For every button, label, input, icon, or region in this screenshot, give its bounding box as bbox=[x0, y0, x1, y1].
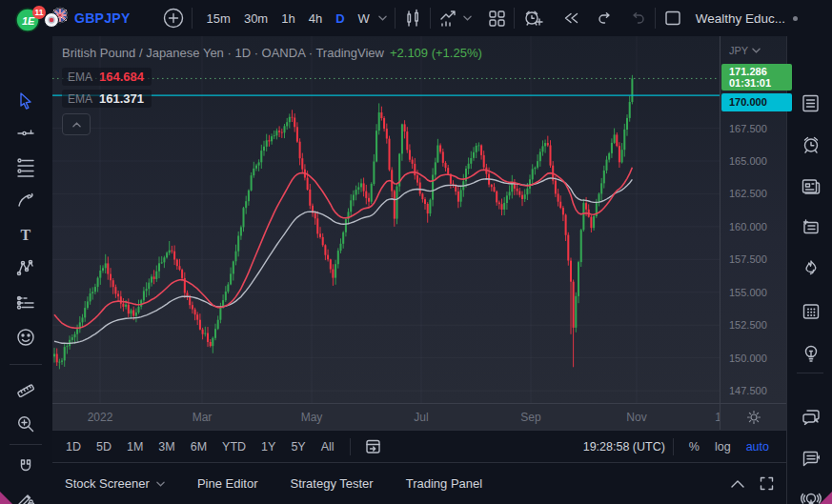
compare-add-icon[interactable] bbox=[163, 8, 184, 29]
watchlist-icon[interactable] bbox=[799, 91, 823, 116]
tab-strategy-tester[interactable]: Strategy Tester bbox=[290, 476, 373, 491]
price-tick-label: 165.000 bbox=[729, 155, 767, 167]
range-toolbar: 1D 5D 1M 3M 6M YTD 1Y 5Y All 19:28:58 (U… bbox=[52, 430, 786, 463]
gear-icon[interactable] bbox=[746, 410, 761, 425]
session-clock[interactable]: 19:28:58 (UTC) bbox=[583, 440, 665, 454]
bar-replay-icon[interactable] bbox=[561, 9, 580, 28]
layout-name[interactable]: Wealthy Educ... bbox=[696, 11, 785, 26]
range-1y[interactable]: 1Y bbox=[254, 440, 283, 454]
range-1d[interactable]: 1D bbox=[66, 440, 89, 454]
price-tick-label: 147.500 bbox=[729, 385, 767, 396]
streams-icon[interactable] bbox=[799, 487, 823, 504]
ema-fast-legend[interactable]: EMA164.684 bbox=[62, 68, 152, 86]
ema-slow-value: 161.371 bbox=[99, 91, 144, 106]
layout-grid-icon[interactable] bbox=[487, 9, 506, 28]
tradingview-app: 1E 11 GBPJPY 15m 30m 1h 4h D W bbox=[0, 0, 832, 504]
drawing-lock-icon[interactable] bbox=[11, 487, 40, 504]
economic-calendar-icon[interactable] bbox=[799, 299, 823, 324]
range-5y[interactable]: 5Y bbox=[283, 440, 313, 454]
go-to-date-icon[interactable] bbox=[364, 437, 382, 455]
time-tick-label: Sep bbox=[510, 411, 552, 424]
time-tick-label: Mar bbox=[181, 411, 223, 424]
redo-icon[interactable] bbox=[628, 10, 647, 27]
zoom-in-tool-icon[interactable] bbox=[11, 411, 40, 437]
time-axis[interactable]: 2022MarMayJulSepNov14 bbox=[52, 403, 786, 431]
timeframe-15m[interactable]: 15m bbox=[200, 11, 237, 26]
range-6m[interactable]: 6M bbox=[183, 440, 214, 454]
create-alert-icon[interactable] bbox=[522, 8, 544, 29]
undo-icon[interactable] bbox=[596, 10, 615, 27]
text-notes-icon[interactable] bbox=[799, 215, 823, 240]
range-5d[interactable]: 5D bbox=[89, 440, 119, 454]
time-tick-label: Jul bbox=[400, 411, 442, 424]
forecast-tool-icon[interactable] bbox=[11, 289, 40, 315]
time-tick-label: 2022 bbox=[79, 411, 121, 424]
price-tick-label: 167.500 bbox=[729, 123, 767, 134]
timeframe-1d[interactable]: D bbox=[329, 11, 351, 26]
chart-plot[interactable]: British Pound / Japanese Yen · 1D · OAND… bbox=[52, 36, 720, 403]
chevron-down-icon bbox=[156, 481, 165, 487]
ideas-icon[interactable] bbox=[799, 341, 823, 366]
range-all[interactable]: All bbox=[314, 440, 342, 454]
save-layout-icon[interactable] bbox=[663, 10, 682, 27]
chart-legend-title-row[interactable]: British Pound / Japanese Yen · 1D · OAND… bbox=[62, 46, 482, 60]
price-tick-label: 157.500 bbox=[729, 253, 767, 265]
time-tick-label: 14 bbox=[700, 411, 720, 424]
account-logo[interactable]: 1E 11 bbox=[13, 6, 51, 32]
symbol-search-button[interactable]: GBPJPY bbox=[74, 10, 131, 26]
timeframe-1w[interactable]: W bbox=[352, 11, 376, 26]
tab-trading-panel[interactable]: Trading Panel bbox=[406, 476, 482, 491]
top-toolbar: 1E 11 GBPJPY 15m 30m 1h 4h D W bbox=[0, 0, 832, 37]
legend-collapse-button[interactable] bbox=[62, 113, 91, 135]
price-axis-currency[interactable]: JPY bbox=[729, 45, 761, 56]
last-price-value: 171.286 bbox=[729, 66, 792, 77]
hotlists-icon[interactable] bbox=[799, 256, 823, 281]
price-tick-label: 155.000 bbox=[729, 287, 767, 298]
right-sidebar bbox=[786, 36, 832, 504]
timeframe-4h[interactable]: 4h bbox=[302, 11, 329, 26]
auto-scale-toggle[interactable]: auto bbox=[739, 440, 777, 454]
panel-expand-icon[interactable] bbox=[730, 475, 745, 492]
measure-tool-icon[interactable] bbox=[11, 377, 40, 404]
brush-tool-icon[interactable] bbox=[11, 187, 40, 213]
percent-scale-toggle[interactable]: % bbox=[681, 440, 707, 454]
private-chat-icon[interactable] bbox=[799, 446, 823, 471]
indicators-menu-chevron-icon[interactable] bbox=[463, 15, 472, 21]
magnet-mode-icon[interactable] bbox=[11, 454, 40, 480]
cursor-tool-icon[interactable] bbox=[11, 88, 40, 114]
log-scale-toggle[interactable]: log bbox=[707, 440, 739, 454]
notification-count: 11 bbox=[35, 8, 44, 17]
public-chats-icon[interactable] bbox=[799, 404, 823, 429]
chart-area: British Pound / Japanese Yen · 1D · OAND… bbox=[52, 36, 786, 504]
chevron-up-icon bbox=[72, 122, 81, 128]
indicators-icon[interactable] bbox=[438, 9, 459, 28]
timeframe-menu-chevron-icon[interactable] bbox=[378, 15, 387, 21]
bottom-panel: Stock Screener Pine Editor Strategy Test… bbox=[52, 463, 786, 504]
price-axis[interactable]: JPY 171.286 01:31:01 170.000 147.500150.… bbox=[720, 36, 786, 403]
chart-settings-corner[interactable] bbox=[720, 404, 787, 431]
svg-text:T: T bbox=[21, 227, 31, 243]
range-ytd[interactable]: YTD bbox=[214, 440, 254, 454]
timeframe-1h[interactable]: 1h bbox=[274, 11, 301, 26]
timeframe-30m[interactable]: 30m bbox=[237, 11, 274, 26]
alerts-icon[interactable] bbox=[799, 132, 823, 157]
time-tick-label: May bbox=[291, 411, 333, 424]
tab-pine-editor[interactable]: Pine Editor bbox=[197, 476, 258, 491]
range-1m[interactable]: 1M bbox=[119, 440, 151, 454]
chart-style-icon[interactable] bbox=[403, 9, 422, 28]
ema-fast-value: 164.684 bbox=[99, 70, 144, 84]
chart-title: British Pound / Japanese Yen · 1D · OAND… bbox=[62, 46, 384, 60]
ema-slow-legend[interactable]: EMA161.371 bbox=[62, 90, 152, 108]
pattern-tool-icon[interactable] bbox=[11, 254, 40, 281]
fullscreen-icon[interactable] bbox=[759, 475, 775, 492]
fib-retracement-tool-icon[interactable] bbox=[11, 153, 40, 180]
price-tick-label: 160.000 bbox=[729, 221, 767, 232]
text-tool-icon[interactable]: T bbox=[11, 221, 40, 248]
range-3m[interactable]: 3M bbox=[151, 440, 182, 454]
tab-stock-screener[interactable]: Stock Screener bbox=[65, 476, 165, 491]
chevron-down-icon bbox=[752, 48, 761, 53]
ema-slow-label: EMA bbox=[68, 92, 92, 106]
trend-line-tool-icon[interactable] bbox=[11, 120, 40, 147]
news-icon[interactable] bbox=[799, 174, 823, 199]
emoji-tool-icon[interactable] bbox=[11, 324, 40, 351]
